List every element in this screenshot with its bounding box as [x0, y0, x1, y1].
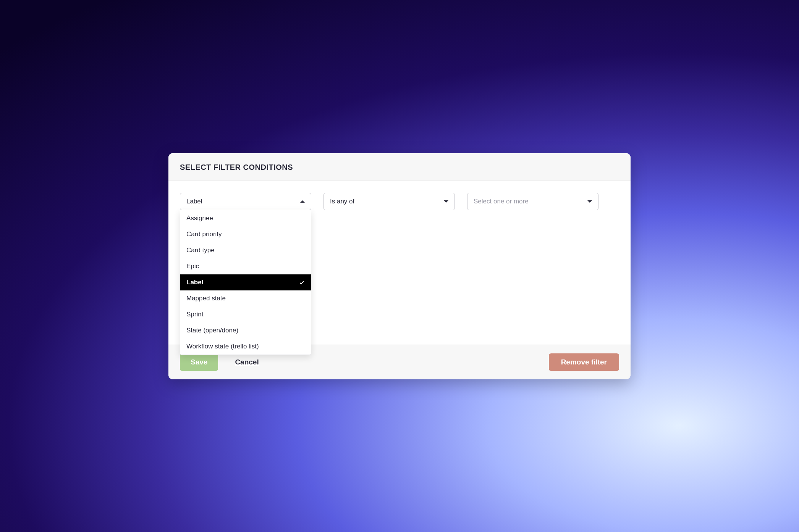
field-option-card-priority[interactable]: Card priority [180, 226, 311, 242]
operator-select-value: Is any of [330, 198, 354, 205]
field-option-label: Mapped state [186, 295, 226, 302]
save-button[interactable]: Save [180, 353, 218, 371]
field-option-sprint[interactable]: Sprint [180, 306, 311, 322]
field-option-label: Sprint [186, 311, 203, 318]
field-option-epic[interactable]: Epic [180, 258, 311, 274]
field-option-label: Card type [186, 247, 215, 254]
field-option-label: Assignee [186, 214, 213, 222]
modal-body: Label Assignee Card priority Card type E… [168, 181, 631, 345]
caret-down-icon [587, 200, 592, 203]
field-option-assignee[interactable]: Assignee [180, 210, 311, 226]
field-option-label: Epic [186, 263, 199, 270]
field-option-state[interactable]: State (open/done) [180, 322, 311, 339]
footer-left-group: Save Cancel [180, 353, 260, 371]
field-option-label[interactable]: Label [180, 274, 311, 290]
field-select[interactable]: Label [180, 193, 311, 210]
caret-up-icon [300, 200, 305, 203]
operator-select[interactable]: Is any of [323, 193, 455, 210]
operator-select-wrap: Is any of [323, 193, 455, 329]
modal-title: SELECT FILTER CONDITIONS [180, 163, 619, 172]
field-option-card-type[interactable]: Card type [180, 242, 311, 258]
field-option-workflow-state[interactable]: Workflow state (trello list) [180, 339, 311, 355]
field-option-mapped-state[interactable]: Mapped state [180, 290, 311, 306]
field-option-label: State (open/done) [186, 327, 238, 334]
modal-header: SELECT FILTER CONDITIONS [168, 153, 631, 181]
field-select-wrap: Label Assignee Card priority Card type E… [180, 193, 311, 329]
field-option-label: Card priority [186, 231, 222, 238]
remove-filter-button[interactable]: Remove filter [549, 353, 619, 371]
field-option-label: Workflow state (trello list) [186, 343, 259, 350]
caret-down-icon [444, 200, 448, 203]
cancel-button[interactable]: Cancel [233, 353, 260, 371]
check-icon [299, 279, 305, 285]
field-select-value: Label [186, 198, 202, 205]
value-select[interactable]: Select one or more [467, 193, 598, 210]
filter-conditions-modal: SELECT FILTER CONDITIONS Label Assignee … [168, 153, 631, 379]
field-option-label: Label [186, 279, 203, 286]
field-select-dropdown: Assignee Card priority Card type Epic La… [180, 210, 311, 355]
value-select-wrap: Select one or more [467, 193, 598, 329]
value-select-placeholder: Select one or more [474, 198, 529, 205]
